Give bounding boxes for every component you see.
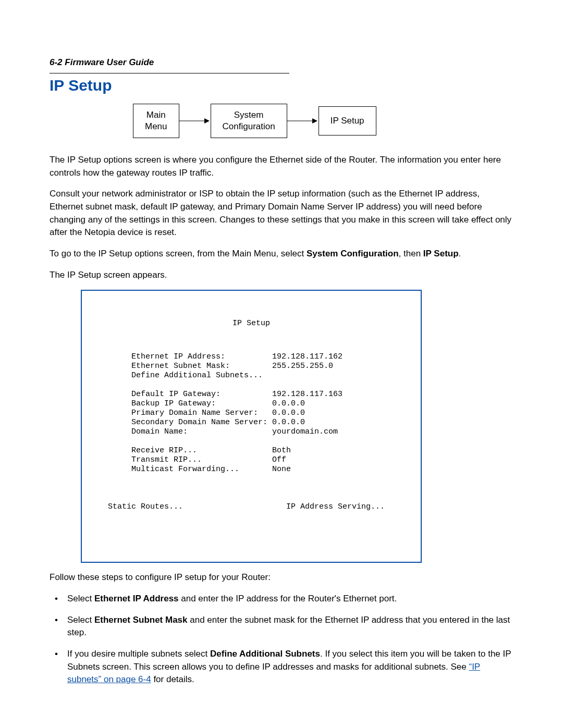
list-item: Select Ethernet IP Address and enter the…: [50, 593, 513, 606]
nav-box-line: System: [234, 110, 264, 120]
bold-text: IP Setup: [423, 249, 459, 258]
nav-box-line: Main: [146, 110, 166, 120]
paragraph: The IP Setup options screen is where you…: [50, 154, 513, 179]
nav-box-line: IP Setup: [331, 116, 364, 126]
text: for details.: [151, 674, 194, 684]
paragraph: Follow these steps to configure IP setup…: [50, 571, 513, 584]
page-header: 6-2 Firmware User Guide: [50, 57, 513, 68]
text: Select: [67, 594, 94, 603]
paragraph: To go to the IP Setup options screen, fr…: [50, 248, 513, 261]
arrow-right-icon: [179, 116, 211, 126]
bold-text: Ethernet IP Address: [94, 594, 179, 603]
steps-list: Select Ethernet IP Address and enter the…: [50, 593, 513, 686]
text: If you desire multiple subnets select: [67, 649, 210, 659]
text: .: [459, 249, 461, 258]
nav-box-main-menu: Main Menu: [133, 104, 179, 138]
text: Select: [67, 615, 94, 625]
bold-text: Define Additional Subnets: [210, 649, 320, 659]
terminal-title: IP Setup: [82, 319, 421, 328]
paragraph: The IP Setup screen appears.: [50, 269, 513, 282]
section-title: IP Setup: [50, 77, 513, 94]
text: and enter the IP address for the Router'…: [179, 594, 397, 603]
text: , then: [399, 249, 423, 258]
nav-box-system-config: System Configuration: [211, 104, 287, 138]
nav-box-line: Menu: [145, 121, 167, 131]
nav-box-ip-setup: IP Setup: [319, 106, 376, 135]
svg-marker-1: [204, 118, 210, 124]
nav-diagram: Main Menu System Configuration IP Setup: [133, 104, 513, 138]
nav-box-line: Configuration: [223, 121, 275, 131]
text: To go to the IP Setup options screen, fr…: [50, 249, 307, 258]
arrow-right-icon: [287, 116, 319, 126]
terminal-screen: IP Setup Ethernet IP Address: 192.128.11…: [81, 290, 422, 563]
page: 6-2 Firmware User Guide IP Setup Main Me…: [0, 0, 563, 728]
bold-text: System Configuration: [307, 249, 399, 258]
list-item: If you desire multiple subnets select De…: [50, 648, 513, 686]
svg-marker-3: [312, 118, 317, 124]
bold-text: Ethernet Subnet Mask: [94, 615, 188, 625]
list-item: Select Ethernet Subnet Mask and enter th…: [50, 614, 513, 639]
header-rule: [50, 73, 289, 73]
paragraph: Consult your network administrator or IS…: [50, 188, 513, 239]
terminal-body: Ethernet IP Address: 192.128.117.162 Eth…: [82, 352, 421, 512]
